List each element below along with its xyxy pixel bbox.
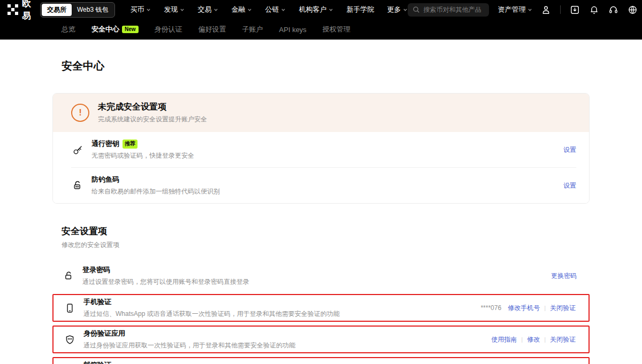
menu-academy[interactable]: 新手学院	[346, 5, 374, 14]
chevron-down-icon	[146, 7, 151, 12]
passkey-row: 通行密钥 推荐 无需密码或验证码，快捷登录更安全 设置	[53, 132, 589, 167]
alert-subtitle: 完成系统建议的安全设置提升账户安全	[98, 115, 207, 124]
phone-icon	[63, 303, 76, 314]
menu-more[interactable]: 更多	[387, 5, 408, 14]
headset-icon[interactable]	[608, 5, 618, 15]
email-verification-title: 邮箱验证	[83, 360, 489, 364]
anti-phishing-icon	[71, 180, 84, 191]
divider: |	[544, 305, 546, 311]
security-settings-header: 安全设置项 修改您的安全设置项	[62, 225, 590, 250]
key-icon	[71, 144, 84, 156]
anti-phishing-title: 防钓鱼码	[91, 175, 119, 184]
incomplete-settings-card: ! 未完成安全设置项 完成系统建议的安全设置提升账户安全 通行密钥 推荐 无需密…	[52, 93, 590, 204]
menu-buy-crypto[interactable]: 买币	[130, 5, 151, 14]
product-toggle: 交易所 Web3 钱包	[40, 2, 115, 18]
tab-api-keys[interactable]: API keys	[279, 26, 307, 34]
anti-phishing-setup-link[interactable]: 设置	[563, 181, 576, 190]
phone-verification-row: 手机验证 通过短信、WhatsApp 或语音通话获取一次性验证码，用于登录和其他…	[52, 294, 590, 322]
divider: |	[521, 336, 523, 343]
toggle-exchange[interactable]: 交易所	[42, 4, 72, 16]
account-nav: 总览 安全中心New 身份认证 偏好设置 子账户 API keys 授权管理	[0, 19, 642, 40]
tab-preferences[interactable]: 偏好设置	[198, 25, 226, 34]
new-badge: New	[122, 26, 139, 33]
email-verification-row: 邮箱验证 通过邮箱获取一次性验证码，用于登录和其他需要安全验证的功能 ywe**…	[52, 357, 590, 364]
section-title: 安全设置项	[62, 225, 590, 237]
menu-trade[interactable]: 交易	[197, 5, 218, 14]
toggle-web3-wallet[interactable]: Web3 钱包	[72, 4, 113, 16]
authenticator-app-title: 身份验证应用	[83, 329, 491, 338]
passkey-setup-link[interactable]: 设置	[563, 145, 576, 154]
search-icon	[412, 6, 420, 13]
tab-security-center[interactable]: 安全中心New	[91, 25, 139, 34]
search-input[interactable]	[423, 6, 486, 13]
anti-phishing-desc: 给来自欧易的邮件添加一组独特代码以便识别	[91, 187, 563, 196]
security-settings-list: 登录密码 通过设置登录密码，您将可以使用账号和登录密码直接登录 更换密码 手机验…	[52, 262, 590, 364]
passkey-title: 通行密钥	[91, 139, 119, 149]
login-password-title: 登录密码	[82, 265, 551, 275]
bell-icon[interactable]	[589, 5, 599, 15]
change-phone-link[interactable]: 修改手机号	[508, 304, 540, 313]
tab-authorization[interactable]: 授权管理	[323, 25, 350, 34]
chevron-down-icon	[281, 7, 286, 12]
user-icon[interactable]	[541, 5, 551, 15]
primary-nav: 欧易 交易所 Web3 钱包 买币 发现 交易 金融 公链 机构客户 新手学院 …	[0, 0, 642, 19]
header-icons	[541, 5, 638, 15]
divider	[560, 5, 561, 14]
menu-discover[interactable]: 发现	[164, 5, 185, 14]
disable-authenticator-link[interactable]: 关闭验证	[550, 335, 576, 344]
menu-institutional[interactable]: 机构客户	[299, 5, 333, 14]
security-center-page: 安全中心 ! 未完成安全设置项 完成系统建议的安全设置提升账户安全 通行密钥 推…	[0, 59, 642, 364]
tab-subaccounts[interactable]: 子账户	[242, 25, 263, 34]
section-subtitle: 修改您的安全设置项	[62, 241, 590, 250]
disable-phone-verification-link[interactable]: 关闭验证	[550, 304, 576, 313]
lock-icon	[62, 270, 75, 282]
menu-finance[interactable]: 金融	[231, 5, 252, 14]
anti-phishing-row: 防钓鱼码 给来自欧易的邮件添加一组独特代码以便识别 设置	[53, 168, 589, 203]
chevron-down-icon	[528, 7, 532, 12]
phone-verification-title: 手机验证	[83, 297, 480, 307]
chevron-down-icon	[403, 7, 408, 12]
chevron-down-icon	[180, 7, 185, 12]
shield-authenticator-icon	[63, 334, 76, 345]
recommended-badge: 推荐	[123, 140, 137, 149]
modify-authenticator-link[interactable]: 修改	[527, 335, 540, 344]
chevron-down-icon	[213, 7, 218, 12]
tab-identity-verification[interactable]: 身份认证	[155, 25, 182, 34]
phone-number-masked: ****076	[480, 304, 501, 312]
login-password-desc: 通过设置登录密码，您将可以使用账号和登录密码直接登录	[82, 277, 551, 286]
phone-verification-desc: 通过短信、WhatsApp 或语音通话获取一次性验证码，用于登录和其他需要安全验…	[83, 309, 480, 319]
okx-logo-icon	[7, 4, 18, 15]
okx-logo[interactable]: 欧易	[7, 0, 32, 22]
globe-icon[interactable]	[628, 5, 638, 15]
assets-menu[interactable]: 资产管理	[498, 5, 532, 14]
tab-overview[interactable]: 总览	[62, 25, 75, 34]
alert-title: 未完成安全设置项	[98, 102, 207, 113]
change-password-link[interactable]: 更换密码	[551, 272, 577, 281]
main-menu: 买币 发现 交易 金融 公链 机构客户 新手学院 更多	[130, 5, 408, 14]
chevron-down-icon	[247, 7, 252, 12]
top-header: 欧易 交易所 Web3 钱包 买币 发现 交易 金融 公链 机构客户 新手学院 …	[0, 0, 642, 40]
divider: |	[544, 336, 546, 343]
warning-icon: !	[71, 104, 89, 122]
page-title: 安全中心	[62, 59, 590, 73]
chevron-down-icon	[328, 7, 333, 12]
menu-public-chain[interactable]: 公链	[265, 5, 286, 14]
download-app-icon[interactable]	[570, 5, 580, 15]
authenticator-app-row: 身份验证应用 通过身份验证应用获取一次性验证码，用于登录和其他需要安全验证的功能…	[52, 326, 590, 353]
alert-header: ! 未完成安全设置项 完成系统建议的安全设置提升账户安全	[53, 94, 589, 132]
authenticator-app-desc: 通过身份验证应用获取一次性验证码，用于登录和其他需要安全验证的功能	[83, 341, 491, 350]
brand-name: 欧易	[22, 0, 32, 22]
search-box[interactable]	[408, 3, 489, 17]
user-guide-link[interactable]: 使用指南	[491, 335, 517, 344]
login-password-row: 登录密码 通过设置登录密码，您将可以使用账号和登录密码直接登录 更换密码	[52, 262, 590, 289]
passkey-desc: 无需密码或验证码，快捷登录更安全	[91, 151, 563, 160]
